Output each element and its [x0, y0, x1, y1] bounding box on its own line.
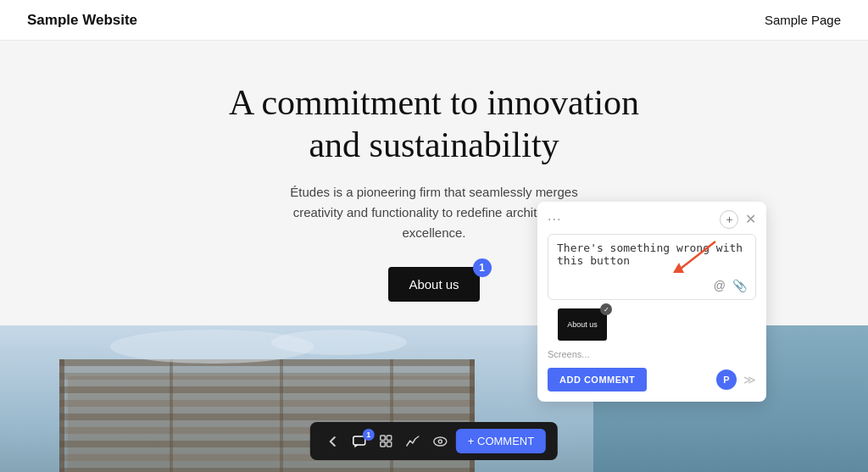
svg-point-29 [438, 440, 442, 443]
about-button-comment-badge: 1 [473, 258, 492, 277]
toolbar-comment-badge: 1 [363, 429, 375, 441]
svg-rect-5 [59, 373, 475, 380]
toolbar-back-btn[interactable] [322, 432, 344, 451]
notify-icon[interactable]: ≫ [743, 373, 756, 386]
about-button-wrapper: About us 1 [388, 267, 479, 302]
svg-rect-8 [59, 414, 475, 420]
about-us-thumbnail: About us ✓ [558, 308, 607, 341]
popup-menu-dots[interactable]: ··· [548, 212, 561, 227]
popup-textarea-wrapper: @ 📎 [548, 234, 756, 300]
thumbnail-area: About us ✓ [537, 308, 766, 349]
svg-rect-16 [280, 359, 283, 472]
mention-btn[interactable]: @ [714, 279, 726, 292]
toolbar-add-comment-btn[interactable]: + COMMENT [456, 429, 546, 453]
popup-header: ··· ＋ ✕ [537, 202, 766, 234]
screens-label: Screens... [548, 349, 756, 359]
popup-footer: ADD COMMENT P ≫ [537, 368, 766, 402]
about-us-button[interactable]: About us [388, 267, 479, 302]
add-comment-button[interactable]: ADD COMMENT [548, 368, 647, 391]
svg-rect-14 [59, 359, 64, 472]
toolbar-comment-wrap: 1 [348, 432, 371, 451]
user-avatar: P [716, 369, 737, 390]
svg-point-20 [271, 330, 407, 355]
toolbar-grid-btn[interactable] [375, 431, 398, 451]
attach-btn[interactable]: 📎 [732, 279, 747, 292]
footer-icons: P ≫ [716, 369, 756, 390]
header: Sample Website Sample Page [0, 0, 868, 41]
svg-rect-7 [59, 400, 475, 407]
popup-add-person-btn[interactable]: ＋ [720, 210, 738, 229]
svg-rect-6 [59, 386, 475, 393]
toolbar-eye-btn[interactable] [428, 433, 453, 450]
svg-point-28 [434, 437, 447, 446]
bottom-toolbar: 1 + COMMENT [310, 422, 558, 460]
svg-rect-15 [170, 359, 173, 472]
comment-textarea[interactable] [557, 242, 747, 272]
svg-rect-24 [381, 436, 386, 441]
thumbnail-preview: About us [558, 308, 607, 341]
svg-rect-26 [381, 442, 386, 447]
svg-rect-12 [59, 468, 475, 472]
toolbar-analytics-btn[interactable] [401, 432, 425, 451]
popup-close-btn[interactable]: ✕ [745, 213, 756, 226]
site-logo: Sample Website [27, 12, 137, 29]
nav-sample-page[interactable]: Sample Page [765, 13, 841, 27]
thumbnail-check-badge: ✓ [600, 303, 612, 315]
svg-rect-27 [387, 442, 392, 447]
textarea-actions: @ 📎 [557, 279, 747, 292]
comment-popup: ··· ＋ ✕ @ 📎 About us ✓ Screens... ADD CO… [537, 202, 766, 402]
svg-rect-25 [387, 436, 392, 441]
hero-title: A commitment to innovation and sustainab… [0, 81, 868, 167]
